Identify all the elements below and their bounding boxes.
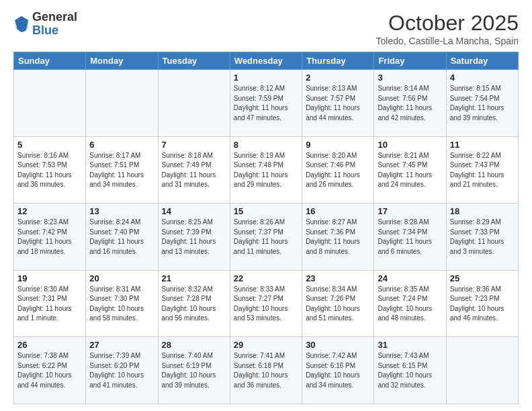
day-number: 31 bbox=[378, 340, 442, 350]
week-row-3: 12Sunrise: 8:23 AMSunset: 7:42 PMDayligh… bbox=[14, 203, 519, 271]
day-cell: 4Sunrise: 8:15 AMSunset: 7:54 PMDaylight… bbox=[446, 70, 518, 137]
day-info: Sunrise: 8:25 AMSunset: 7:39 PMDaylight:… bbox=[162, 218, 226, 257]
day-cell bbox=[446, 337, 518, 404]
day-info: Sunrise: 8:20 AMSunset: 7:46 PMDaylight:… bbox=[306, 151, 370, 190]
day-info: Sunrise: 8:26 AMSunset: 7:37 PMDaylight:… bbox=[234, 218, 298, 257]
day-cell: 5Sunrise: 8:16 AMSunset: 7:53 PMDaylight… bbox=[14, 136, 86, 203]
weekday-header-friday: Friday bbox=[374, 52, 446, 70]
day-number: 6 bbox=[89, 140, 154, 150]
day-number: 9 bbox=[306, 140, 370, 150]
day-cell: 29Sunrise: 7:41 AMSunset: 6:18 PMDayligh… bbox=[230, 337, 302, 404]
location: Toledo, Castille-La Mancha, Spain bbox=[376, 36, 519, 46]
day-cell: 2Sunrise: 8:13 AMSunset: 7:57 PMDaylight… bbox=[302, 70, 374, 137]
day-cell: 15Sunrise: 8:26 AMSunset: 7:37 PMDayligh… bbox=[230, 203, 302, 271]
day-number: 1 bbox=[234, 73, 298, 83]
day-cell: 23Sunrise: 8:34 AMSunset: 7:26 PMDayligh… bbox=[302, 270, 374, 337]
day-cell: 21Sunrise: 8:32 AMSunset: 7:28 PMDayligh… bbox=[158, 270, 230, 337]
day-number: 24 bbox=[378, 273, 442, 283]
weekday-header-thursday: Thursday bbox=[302, 52, 374, 70]
calendar-table: SundayMondayTuesdayWednesdayThursdayFrid… bbox=[13, 52, 519, 404]
day-info: Sunrise: 8:33 AMSunset: 7:27 PMDaylight:… bbox=[234, 285, 298, 324]
day-info: Sunrise: 7:38 AMSunset: 6:22 PMDaylight:… bbox=[17, 351, 82, 390]
day-cell: 13Sunrise: 8:24 AMSunset: 7:40 PMDayligh… bbox=[86, 203, 158, 271]
day-info: Sunrise: 8:35 AMSunset: 7:24 PMDaylight:… bbox=[378, 285, 442, 324]
day-info: Sunrise: 8:12 AMSunset: 7:59 PMDaylight:… bbox=[234, 84, 298, 123]
day-info: Sunrise: 8:21 AMSunset: 7:45 PMDaylight:… bbox=[378, 151, 442, 190]
day-info: Sunrise: 7:43 AMSunset: 6:15 PMDaylight:… bbox=[378, 351, 442, 390]
day-number: 7 bbox=[162, 140, 226, 150]
day-cell: 22Sunrise: 8:33 AMSunset: 7:27 PMDayligh… bbox=[230, 270, 302, 337]
day-number: 20 bbox=[89, 273, 154, 283]
day-cell: 27Sunrise: 7:39 AMSunset: 6:20 PMDayligh… bbox=[86, 337, 158, 404]
header: General Blue October 2025 Toledo, Castil… bbox=[13, 11, 519, 46]
day-info: Sunrise: 8:34 AMSunset: 7:26 PMDaylight:… bbox=[306, 285, 370, 324]
day-number: 16 bbox=[306, 206, 370, 216]
day-info: Sunrise: 8:18 AMSunset: 7:49 PMDaylight:… bbox=[162, 151, 226, 190]
day-cell: 12Sunrise: 8:23 AMSunset: 7:42 PMDayligh… bbox=[14, 203, 86, 271]
day-number: 17 bbox=[378, 206, 442, 216]
day-info: Sunrise: 8:17 AMSunset: 7:51 PMDaylight:… bbox=[89, 151, 154, 190]
title-block: October 2025 Toledo, Castille-La Mancha,… bbox=[376, 11, 519, 46]
day-cell bbox=[14, 70, 86, 137]
day-number: 25 bbox=[450, 273, 515, 283]
day-info: Sunrise: 8:36 AMSunset: 7:23 PMDaylight:… bbox=[450, 285, 515, 324]
day-cell: 1Sunrise: 8:12 AMSunset: 7:59 PMDaylight… bbox=[230, 70, 302, 137]
day-info: Sunrise: 8:31 AMSunset: 7:30 PMDaylight:… bbox=[89, 285, 154, 324]
day-info: Sunrise: 8:28 AMSunset: 7:34 PMDaylight:… bbox=[378, 218, 442, 257]
day-info: Sunrise: 8:15 AMSunset: 7:54 PMDaylight:… bbox=[450, 84, 515, 123]
day-number: 3 bbox=[378, 73, 442, 83]
day-number: 4 bbox=[450, 73, 515, 83]
day-info: Sunrise: 8:22 AMSunset: 7:43 PMDaylight:… bbox=[450, 151, 515, 190]
day-info: Sunrise: 8:19 AMSunset: 7:48 PMDaylight:… bbox=[234, 151, 298, 190]
day-cell: 14Sunrise: 8:25 AMSunset: 7:39 PMDayligh… bbox=[158, 203, 230, 271]
day-info: Sunrise: 8:13 AMSunset: 7:57 PMDaylight:… bbox=[306, 84, 370, 123]
day-cell: 25Sunrise: 8:36 AMSunset: 7:23 PMDayligh… bbox=[446, 270, 518, 337]
day-number: 26 bbox=[17, 340, 82, 350]
day-cell: 30Sunrise: 7:42 AMSunset: 6:16 PMDayligh… bbox=[302, 337, 374, 404]
weekday-header-row: SundayMondayTuesdayWednesdayThursdayFrid… bbox=[14, 52, 519, 70]
day-cell: 18Sunrise: 8:29 AMSunset: 7:33 PMDayligh… bbox=[446, 203, 518, 271]
weekday-header-tuesday: Tuesday bbox=[158, 52, 230, 70]
day-cell: 7Sunrise: 8:18 AMSunset: 7:49 PMDaylight… bbox=[158, 136, 230, 203]
day-number: 30 bbox=[306, 340, 370, 350]
logo: General Blue bbox=[13, 11, 77, 38]
day-number: 15 bbox=[234, 206, 298, 216]
day-info: Sunrise: 7:41 AMSunset: 6:18 PMDaylight:… bbox=[234, 351, 298, 390]
day-info: Sunrise: 8:29 AMSunset: 7:33 PMDaylight:… bbox=[450, 218, 515, 257]
day-cell: 28Sunrise: 7:40 AMSunset: 6:19 PMDayligh… bbox=[158, 337, 230, 404]
generalblue-icon bbox=[13, 15, 30, 34]
day-number: 18 bbox=[450, 206, 515, 216]
day-info: Sunrise: 7:40 AMSunset: 6:19 PMDaylight:… bbox=[162, 351, 226, 390]
day-number: 12 bbox=[17, 206, 82, 216]
day-info: Sunrise: 8:23 AMSunset: 7:42 PMDaylight:… bbox=[17, 218, 82, 257]
day-number: 10 bbox=[378, 140, 442, 150]
day-info: Sunrise: 7:39 AMSunset: 6:20 PMDaylight:… bbox=[89, 351, 154, 390]
day-number: 27 bbox=[89, 340, 154, 350]
day-number: 11 bbox=[450, 140, 515, 150]
week-row-2: 5Sunrise: 8:16 AMSunset: 7:53 PMDaylight… bbox=[14, 136, 519, 203]
logo-blue: Blue bbox=[32, 24, 77, 38]
day-cell: 20Sunrise: 8:31 AMSunset: 7:30 PMDayligh… bbox=[86, 270, 158, 337]
day-cell bbox=[86, 70, 158, 137]
day-cell: 9Sunrise: 8:20 AMSunset: 7:46 PMDaylight… bbox=[302, 136, 374, 203]
weekday-header-wednesday: Wednesday bbox=[230, 52, 302, 70]
day-number: 14 bbox=[162, 206, 226, 216]
day-number: 23 bbox=[306, 273, 370, 283]
weekday-header-sunday: Sunday bbox=[14, 52, 86, 70]
day-number: 28 bbox=[162, 340, 226, 350]
weekday-header-saturday: Saturday bbox=[446, 52, 518, 70]
day-number: 5 bbox=[17, 140, 82, 150]
day-info: Sunrise: 8:24 AMSunset: 7:40 PMDaylight:… bbox=[89, 218, 154, 257]
day-info: Sunrise: 8:32 AMSunset: 7:28 PMDaylight:… bbox=[162, 285, 226, 324]
day-cell: 31Sunrise: 7:43 AMSunset: 6:15 PMDayligh… bbox=[374, 337, 446, 404]
day-info: Sunrise: 8:16 AMSunset: 7:53 PMDaylight:… bbox=[17, 151, 82, 190]
day-info: Sunrise: 7:42 AMSunset: 6:16 PMDaylight:… bbox=[306, 351, 370, 390]
day-number: 29 bbox=[234, 340, 298, 350]
day-number: 13 bbox=[89, 206, 154, 216]
week-row-5: 26Sunrise: 7:38 AMSunset: 6:22 PMDayligh… bbox=[14, 337, 519, 404]
week-row-4: 19Sunrise: 8:30 AMSunset: 7:31 PMDayligh… bbox=[14, 270, 519, 337]
logo-general: General bbox=[32, 11, 77, 24]
day-cell bbox=[158, 70, 230, 137]
day-number: 2 bbox=[306, 73, 370, 83]
day-cell: 10Sunrise: 8:21 AMSunset: 7:45 PMDayligh… bbox=[374, 136, 446, 203]
